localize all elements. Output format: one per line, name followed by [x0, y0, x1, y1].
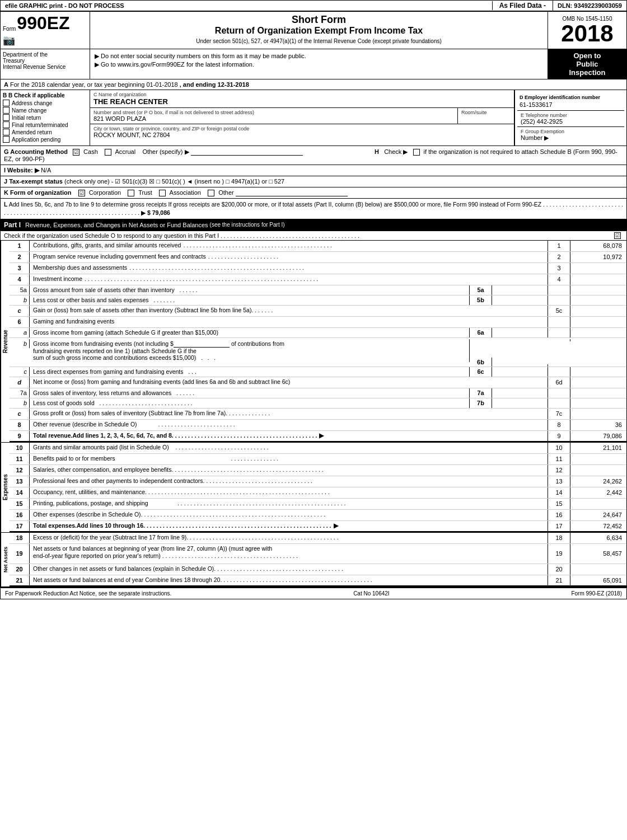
- row-6a-label: 6a: [470, 328, 492, 337]
- assoc-checkbox[interactable]: [159, 190, 166, 196]
- row-17-num: 17: [10, 521, 30, 531]
- checkbox-name-change[interactable]: [3, 107, 10, 114]
- row-18: 18 Excess or (deficit) for the year (Sub…: [10, 533, 626, 544]
- row-18-num: 18: [10, 533, 30, 543]
- row-15-desc: Printing, publications, postage, and shi…: [30, 499, 548, 509]
- org-name-value: THE REACH CENTER: [93, 97, 511, 106]
- corp-checkbox[interactable]: ☑: [78, 190, 85, 196]
- check-amended-return[interactable]: Amended return: [3, 129, 87, 135]
- row-2-linenum: 2: [548, 252, 570, 262]
- row-20-linenum: 20: [548, 564, 570, 575]
- h-checkbox[interactable]: [413, 149, 420, 156]
- part1-title: Revenue, Expenses, and Changes in Net As…: [25, 222, 208, 228]
- check-applicable-section: B B Check if applicable Address change N…: [1, 90, 90, 146]
- checkbox-application-pending[interactable]: [3, 136, 10, 143]
- other-checkbox[interactable]: [208, 190, 214, 196]
- row-17-value: 72,452: [570, 521, 626, 531]
- org-info-block: B B Check if applicable Address change N…: [1, 90, 626, 146]
- row-16-desc: Other expenses (describe in Schedule O) …: [30, 510, 548, 520]
- year-box: 2018: [561, 22, 613, 45]
- row-21: 21 Net assets or fund balances at end of…: [10, 575, 626, 586]
- row-5b-label: 5b: [470, 295, 492, 305]
- row-7c-value: [570, 409, 626, 419]
- row-6a-desc: Gross income from gaming (attach Schedul…: [30, 328, 470, 337]
- row-11: 11 Benefits paid to or for members . . .…: [10, 454, 626, 465]
- row-2-num: 2: [10, 252, 30, 262]
- accrual-checkbox[interactable]: [105, 149, 111, 156]
- checkbox-initial-return[interactable]: [3, 114, 10, 121]
- net-assets-section: Net Assets 18 Excess or (deficit) for th…: [1, 533, 626, 587]
- checkbox-amended-return[interactable]: [3, 129, 10, 135]
- address-value: 821 WORD PLAZA: [93, 115, 454, 122]
- row-6d: d Net income or (loss) from gaming and f…: [10, 377, 626, 388]
- row-2-value: 10,972: [570, 252, 626, 262]
- row-6b-num: b: [10, 339, 30, 348]
- row-10-value: 21,101: [570, 443, 626, 453]
- row-5b-desc: Less cost or other basis and sales expen…: [30, 295, 470, 305]
- city-label: City or town, state or province, country…: [93, 126, 511, 132]
- check-name-change[interactable]: Name change: [3, 107, 87, 114]
- accrual-label: Accrual: [115, 148, 135, 155]
- row-6b-right-val: [570, 339, 626, 341]
- row-6c-input: [492, 367, 548, 377]
- row-6c-desc: Less direct expenses from gaming and fun…: [30, 367, 470, 377]
- row-8-value: 36: [570, 420, 626, 430]
- row-7b-num: b: [10, 398, 30, 408]
- row-5a-right-val: [570, 285, 626, 295]
- row-9-linenum: 9: [548, 431, 570, 441]
- row-11-desc: Benefits paid to or for members . . . . …: [30, 454, 548, 464]
- h-text: Check ▶: [384, 148, 408, 155]
- schedule-o-checkbox[interactable]: ☑: [614, 232, 621, 239]
- row-6-linenum: [548, 317, 570, 327]
- form-prefix: Form: [3, 26, 16, 32]
- row-7a-num: 7a: [10, 388, 30, 398]
- row-8-linenum: 8: [548, 420, 570, 430]
- inspection-label: Inspection: [569, 68, 605, 77]
- checkbox-final-return[interactable]: [3, 121, 10, 128]
- row-6a-input: [492, 328, 548, 337]
- row-7a-input: [492, 388, 548, 398]
- check-initial-return[interactable]: Initial return: [3, 114, 87, 121]
- row-11-linenum: 11: [548, 454, 570, 464]
- section-a-text: For the 2018 calendar year, or tax year …: [10, 81, 178, 88]
- trust-checkbox[interactable]: [128, 190, 134, 196]
- other-label: Other (specify) ▶: [142, 148, 189, 155]
- row-2: 2 Program service revenue including gove…: [10, 252, 626, 263]
- row-8-desc: Other revenue (describe in Schedule O) .…: [30, 420, 548, 430]
- row-7b: b Less cost of goods sold . . . . . . . …: [10, 398, 626, 409]
- expenses-side-label: Expenses: [1, 443, 10, 532]
- revenue-section: Revenue 1 Contributions, gifts, grants, …: [1, 241, 626, 443]
- schedule-o-dots: . . . . . . . . . . . . . . . . . . . . …: [221, 232, 359, 239]
- row-3-num: 3: [10, 263, 30, 274]
- row-16-num: 16: [10, 510, 30, 520]
- row-16-linenum: 16: [548, 510, 570, 520]
- website-row: I Website: ▶ N/A: [1, 165, 626, 176]
- check-application-pending[interactable]: Application pending: [3, 136, 87, 143]
- application-pending-label: Application pending: [12, 137, 60, 143]
- checkbox-address-change[interactable]: [3, 100, 10, 106]
- row-5c-value: [570, 306, 626, 316]
- footer-right: Form 990-EZ (2018): [571, 590, 622, 597]
- check-final-return[interactable]: Final return/terminated: [3, 121, 87, 128]
- cash-checkbox[interactable]: ☑: [73, 149, 79, 156]
- amended-return-label: Amended return: [12, 129, 52, 135]
- ssn-notice: ▶ Do not enter social security numbers o…: [95, 53, 543, 60]
- row-17: 17 Total expenses. Add lines 10 through …: [10, 521, 626, 532]
- row-1-value: 68,078: [570, 241, 626, 251]
- main-wrapper: Form 990EZ 📷 Short Form Return of Organi…: [0, 11, 627, 599]
- row-21-linenum: 21: [548, 575, 570, 585]
- form-id-section: Form 990EZ 📷: [1, 12, 90, 49]
- row-2-desc: Program service revenue including govern…: [30, 252, 548, 262]
- row-11-num: 11: [10, 454, 30, 464]
- final-return-label: Final return/terminated: [12, 122, 68, 128]
- row-7c: c Gross profit or (loss) from sales of i…: [10, 409, 626, 420]
- add-lines-row: L Add lines 5b, 6c, and 7b to line 9 to …: [1, 199, 626, 219]
- irs-label: Internal Revenue Service: [3, 64, 87, 70]
- form-990ez-label: Form 990EZ: [3, 14, 70, 32]
- check-address-change[interactable]: Address change: [3, 100, 87, 106]
- row-19-value: 58,457: [570, 544, 626, 564]
- row-6a-num: a: [10, 328, 30, 337]
- phone-label: E Telephone number: [521, 112, 621, 118]
- row-8: 8 Other revenue (describe in Schedule O)…: [10, 420, 626, 431]
- footer-mid: Cat No 10642I: [353, 590, 390, 597]
